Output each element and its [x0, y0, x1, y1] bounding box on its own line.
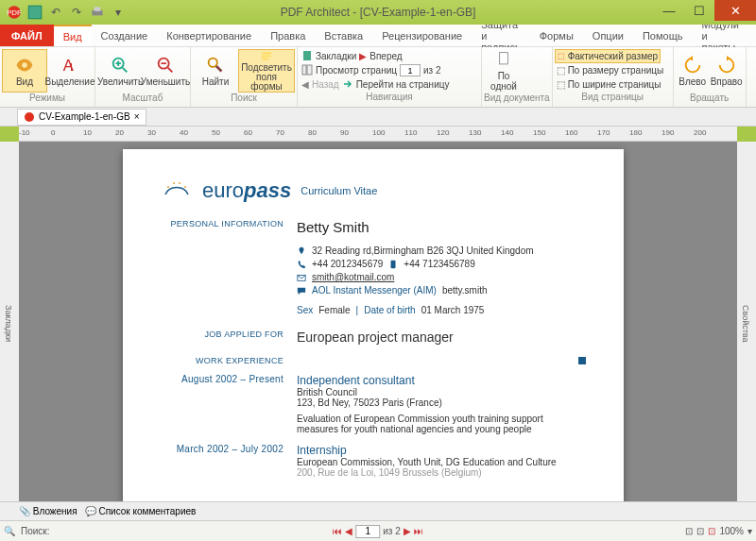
minimize-button[interactable]: — — [654, 0, 684, 21]
exp1-dates: August 2002 – Present — [161, 374, 284, 434]
tab-options[interactable]: Опции — [583, 25, 633, 46]
qat-dropdown-icon[interactable]: ▾ — [110, 4, 127, 21]
back-icon[interactable]: ◀ — [301, 79, 309, 90]
ruler-tick: 20 — [115, 128, 124, 137]
tab-forms[interactable]: Формы — [530, 25, 583, 46]
fitwidth-label: По ширине страницы — [568, 79, 662, 90]
ribbon-group-pageview: ⬚Фактический размер ⬚По размеру страницы… — [553, 47, 674, 107]
page-number-input[interactable] — [400, 64, 421, 76]
tab-modules[interactable]: Модули и пакеты — [692, 25, 747, 46]
preview-label[interactable]: Просмотр страниц — [316, 65, 397, 76]
search-group-label: Поиск — [193, 93, 295, 105]
ruler-tick: 130 — [469, 128, 481, 137]
rail-label[interactable]: Закладки — [4, 305, 13, 342]
forward-label[interactable]: Вперед — [369, 51, 402, 61]
attachments-tab[interactable]: 📎 Вложения — [19, 506, 77, 516]
search-icon[interactable]: 🔍 — [4, 526, 15, 536]
highlight-fields-button[interactable]: Подсветить поля формы — [238, 49, 295, 93]
fitpage-label: По размеру страницы — [568, 65, 664, 76]
work-exp-label: WORK EXPERIENCE — [161, 356, 284, 366]
fit-width-button[interactable]: ⬚По ширине страницы — [555, 77, 663, 92]
file-tab[interactable]: ФАЙЛ — [0, 25, 54, 46]
cv-subtitle: Curriculum Vitae — [301, 185, 377, 196]
canvas[interactable]: europass Curriculum Vitae PERSONAL INFOR… — [19, 142, 737, 501]
nav-row2: Просмотр страниц из 2 — [300, 63, 443, 77]
right-side-rail: СвойстваПоиск — [737, 142, 756, 501]
document-page: europass Curriculum Vitae PERSONAL INFOR… — [123, 149, 624, 501]
europass-logo-icon — [161, 178, 193, 204]
document-tab[interactable]: CV-Example-1-en-GB × — [17, 109, 146, 126]
qat-print-icon[interactable] — [89, 4, 106, 21]
view-mode-button[interactable]: Вид — [2, 49, 47, 93]
select-mode-button[interactable]: AIВыделение — [47, 49, 93, 93]
zoom-in-button[interactable]: Увеличить — [97, 49, 143, 93]
zoom-out-button[interactable]: Уменьшить — [143, 49, 188, 93]
actual-size-button[interactable]: ⬚Фактический размер — [555, 49, 662, 63]
goto-icon[interactable] — [342, 78, 353, 92]
tab-help[interactable]: Помощь — [633, 25, 693, 46]
status-page-input[interactable] — [355, 525, 380, 538]
ruler-tick: 70 — [276, 128, 284, 137]
ribbon-group-search: Найти Подсветить поля формы Поиск — [191, 47, 298, 107]
ruler-tick: 180 — [629, 128, 642, 137]
tab-activate[interactable]: Активировать / Ре — [748, 25, 756, 46]
chat-icon — [297, 286, 306, 296]
ruler-tick: 110 — [404, 128, 417, 137]
ruler-tick: -10 — [19, 128, 30, 137]
address: 32 Reading rd,Birmingham B26 3QJ United … — [312, 245, 534, 256]
tab-protect[interactable]: Защита и подпись — [472, 25, 530, 46]
rotate-right-button[interactable]: Вправо — [710, 49, 744, 93]
fit-icon-1[interactable]: ⊡ — [685, 526, 693, 536]
find-button[interactable]: Найти — [193, 49, 238, 93]
actual-label: Фактический размер — [568, 51, 659, 61]
tab-edit[interactable]: Правка — [261, 25, 315, 46]
close-tab-icon[interactable]: × — [134, 111, 140, 122]
ruler-tick: 100 — [372, 128, 385, 137]
fit-icon-2[interactable]: ⊡ — [696, 526, 704, 536]
tab-review[interactable]: Рецензирование — [372, 25, 472, 46]
bookmarks-label[interactable]: Закладки — [316, 51, 356, 61]
preview-icon[interactable] — [301, 64, 313, 77]
hl-label: Подсветить поля формы — [239, 63, 294, 92]
qat-save-icon[interactable] — [26, 4, 43, 21]
actual-size-icon[interactable]: ⊡ — [708, 526, 715, 536]
bookmarks-icon[interactable] — [301, 50, 313, 63]
first-page-icon[interactable]: ⏮ — [333, 526, 342, 536]
last-page-icon[interactable]: ⏭ — [414, 526, 423, 536]
ribbon: Вид AIВыделение Режимы Увеличить Уменьши… — [0, 47, 756, 108]
goto-label[interactable]: Перейти на страницу — [356, 79, 450, 90]
window-title: PDF Architect - [CV-Example-1-en-GB] — [281, 6, 476, 19]
close-button[interactable]: ✕ — [714, 0, 756, 21]
exp1-addr: 123, Bd Ney, 75023 Paris (France) — [297, 397, 586, 408]
next-page-icon[interactable]: ▶ — [404, 526, 411, 536]
page-navigator: ⏮ ◀ из 2 ▶ ⏭ — [333, 525, 423, 538]
tab-convert[interactable]: Конвертирование — [157, 25, 261, 46]
single-page-button[interactable]: По одной — [484, 49, 524, 93]
prev-page-icon[interactable]: ◀ — [345, 526, 352, 536]
svg-point-21 — [184, 186, 186, 188]
rotate-left-button[interactable]: Влево — [676, 49, 710, 93]
ribbon-group-docview: По одной Вид документа — [482, 47, 553, 107]
zoom-dropdown-icon[interactable]: ▾ — [747, 526, 752, 536]
forward-icon[interactable]: ▶ — [359, 51, 367, 61]
svg-rect-14 — [302, 65, 306, 75]
personal-info-label: PERSONAL INFORMATION — [161, 219, 284, 235]
modes-group-label: Режимы — [2, 93, 93, 105]
tab-insert[interactable]: Вставка — [315, 25, 372, 46]
ruler-tick: 150 — [533, 128, 545, 137]
tab-view[interactable]: Вид — [54, 25, 92, 46]
rail-label[interactable]: Свойства — [741, 305, 750, 343]
qat-undo-icon[interactable]: ↶ — [47, 4, 64, 21]
svg-rect-2 — [28, 6, 42, 19]
ruler-tick: 140 — [501, 128, 513, 137]
ruler-tick: 90 — [340, 128, 349, 137]
exp2-title: Internship — [297, 444, 586, 457]
europass-logo-text: europass — [202, 178, 291, 203]
comments-tab[interactable]: 💬 Список комментариев — [85, 506, 197, 516]
pdf-icon — [24, 111, 35, 123]
svg-point-17 — [25, 112, 34, 122]
maximize-button[interactable]: ☐ — [684, 0, 714, 21]
qat-redo-icon[interactable]: ↷ — [68, 4, 85, 21]
tab-create[interactable]: Создание — [92, 25, 158, 46]
fit-page-button[interactable]: ⬚По размеру страницы — [555, 63, 666, 77]
